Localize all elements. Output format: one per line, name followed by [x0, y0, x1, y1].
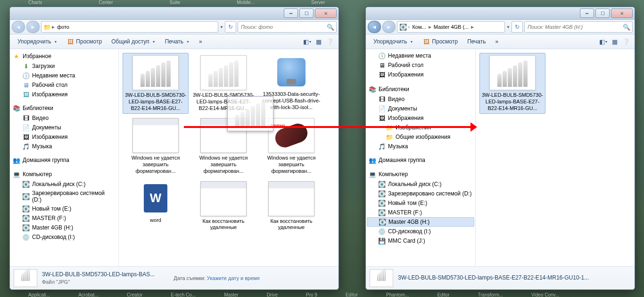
nav-documents[interactable]: 📄Документы — [366, 104, 475, 113]
preview-pane-icon[interactable]: ▦ — [610, 37, 619, 46]
nav-homegroup[interactable]: 👥Домашняя группа — [366, 155, 475, 165]
nav-libraries[interactable]: 📚Библиотеки — [366, 84, 475, 94]
details-thumb — [370, 269, 393, 287]
preview-button[interactable]: 🖼Просмотр — [419, 36, 462, 47]
desktop-top-labels: ChartsCenterSuiteMobile...Server — [0, 0, 644, 6]
breadcrumb[interactable]: 📁 ▶ фото — [41, 21, 218, 33]
nav-drive-e[interactable]: 💽Новый том (E:) — [366, 198, 475, 208]
more-button[interactable]: » — [491, 37, 502, 46]
close-button[interactable]: ✕ — [611, 8, 633, 18]
nav-desktop[interactable]: 🖥Рабочий стол — [10, 80, 118, 90]
breadcrumb-seg[interactable]: Master 4GB (... — [432, 24, 471, 30]
nav-drive-c[interactable]: 💽Локальный диск (C:) — [366, 179, 475, 189]
nav-pane[interactable]: 🕔Недавние места 🖥Рабочий стол 🖼Изображен… — [366, 49, 476, 266]
titlebar[interactable]: ━ ☐ ✕ — [366, 7, 635, 20]
breadcrumb-seg[interactable]: фото — [56, 24, 71, 30]
toolbar: Упорядочить▼ 🖼Просмотр Печать » ◧▼ ▦ ❔ — [366, 34, 635, 49]
file-item[interactable]: Wword — [123, 179, 189, 234]
organize-button[interactable]: Упорядочить▼ — [14, 37, 61, 46]
file-item[interactable]: Как восстановить удаленные — [190, 179, 256, 234]
nav-pictures[interactable]: 🖼Изображения — [366, 70, 475, 79]
file-list[interactable]: 3W-LED-BULB-SMD5730-LED-lamps-BASE-E27-B… — [476, 49, 635, 266]
details-date-field[interactable]: Укажите дату и время — [207, 275, 260, 281]
file-item[interactable]: 3W-LED-BULB-SMD5730-LED-lamps-BASE-E27-B… — [123, 53, 189, 114]
view-options-icon[interactable]: ◧▼ — [599, 37, 608, 46]
nav-drive-j[interactable]: 💾MMC Card (J:) — [366, 236, 475, 246]
nav-documents[interactable]: 📄Документы — [10, 123, 118, 132]
nav-drive-c[interactable]: 💽Локальный диск (C:) — [10, 179, 118, 189]
nav-pictures-lib[interactable]: 🖼Изображения — [366, 113, 475, 123]
details-filetype: Файл "JPG" — [42, 279, 155, 285]
nav-forward-button[interactable]: ► — [26, 21, 40, 33]
file-item[interactable]: 13533303-Data-security-concept-USB-flash… — [258, 53, 324, 114]
file-item[interactable]: Windows не удается завершить форматирова… — [190, 116, 256, 177]
search-input[interactable] — [527, 24, 623, 30]
desktop-bottom-labels: Applicati...Acrobat...CreatorE-tech Co..… — [0, 292, 644, 297]
file-list[interactable]: 3W-LED-BULB-SMD5730-LED-lamps-BASE-E27-B… — [119, 49, 339, 266]
nav-music[interactable]: 🎵Музыка — [366, 142, 475, 151]
minimize-button[interactable]: ━ — [284, 8, 298, 18]
file-item[interactable]: 3W-LED-BULB-SMD5730-LED-lamps-BASE-E27-B… — [479, 53, 545, 114]
nav-music[interactable]: 🎵Музыка — [10, 142, 118, 151]
nav-desktop[interactable]: 🖥Рабочий стол — [366, 60, 475, 70]
search-box[interactable]: 🔍 — [524, 21, 633, 33]
close-button[interactable]: ✕ — [315, 8, 337, 18]
address-bar: ◄ ► 📁 ▶ фото ▼ ↻ 🔍 — [10, 20, 339, 34]
nav-drive-f[interactable]: 💽MASTER (F:) — [10, 213, 118, 223]
help-icon[interactable]: ❔ — [621, 37, 631, 46]
explorer-window-foto: ━ ☐ ✕ ◄ ► 📁 ▶ фото ▼ ↻ 🔍 Упорядочить▼ 🖼П… — [9, 7, 339, 290]
nav-back-button[interactable]: ◄ — [12, 21, 25, 33]
nav-recent[interactable]: 🕔Недавние места — [366, 51, 475, 60]
nav-videos[interactable]: 🎞Видео — [10, 113, 118, 123]
nav-back-button[interactable]: ◄ — [368, 21, 381, 33]
refresh-button[interactable]: ↻ — [225, 21, 236, 33]
search-input[interactable] — [240, 24, 327, 30]
nav-pictures[interactable]: 🖼Изображения — [10, 90, 118, 99]
nav-drive-i[interactable]: 💿CD-дисковод (I:) — [366, 227, 475, 236]
folder-icon: 📁 — [43, 23, 51, 31]
maximize-button[interactable]: ☐ — [595, 8, 610, 18]
nav-recent[interactable]: 🕔Недавние места — [10, 71, 118, 80]
nav-videos[interactable]: 🎞Видео — [366, 94, 475, 104]
minimize-button[interactable]: ━ — [580, 8, 594, 18]
burn-button[interactable]: » — [195, 37, 206, 46]
nav-drive-h[interactable]: 💽Master 4GB (H:) — [10, 223, 118, 232]
view-options-icon[interactable]: ◧▼ — [303, 37, 312, 46]
search-icon: 🔍 — [623, 23, 630, 31]
print-button[interactable]: Печать — [463, 37, 489, 46]
print-button[interactable]: Печать▼ — [161, 37, 193, 46]
maximize-button[interactable]: ☐ — [299, 8, 314, 18]
file-item[interactable]: Windows не удается завершить форматирова… — [258, 116, 324, 177]
nav-homegroup[interactable]: 👥Домашняя группа — [10, 155, 118, 165]
nav-drive-h[interactable]: 💽Master 4GB (H:) — [367, 217, 474, 227]
nav-computer[interactable]: 💻Компьютер — [366, 169, 475, 179]
breadcrumb[interactable]: 💽 « Ком...▶ Master 4GB (...▶ — [397, 21, 505, 33]
nav-computer[interactable]: 💻Компьютер — [10, 169, 118, 179]
nav-downloads[interactable]: ⬇Загрузки — [10, 61, 118, 71]
share-button[interactable]: Общий доступ▼ — [107, 37, 159, 46]
file-item[interactable]: 3W-LED-BULB-SMD5730-LED-lamps-BASE-E27-B… — [190, 53, 256, 114]
nav-drive-f[interactable]: 💽MASTER (F:) — [366, 208, 475, 217]
nav-drive-i[interactable]: 💿CD-дисковод (I:) — [10, 232, 118, 242]
nav-forward-button[interactable]: ► — [382, 21, 396, 33]
preview-pane-icon[interactable]: ▦ — [314, 37, 323, 46]
nav-pane[interactable]: ★Избранное ⬇Загрузки 🕔Недавние места 🖥Ра… — [10, 49, 119, 266]
nav-pictures-lib[interactable]: 🖼Изображения — [10, 132, 118, 142]
nav-drive-d[interactable]: 💽Зарезервировано системой (D:) — [10, 189, 118, 204]
breadcrumb-seg[interactable]: Ком... — [411, 24, 427, 30]
nav-favorites[interactable]: ★Избранное — [10, 51, 118, 61]
nav-drive-e[interactable]: 💽Новый том (E:) — [10, 204, 118, 213]
file-item[interactable]: Windows не удается завершить форматирова… — [123, 116, 189, 177]
search-box[interactable]: 🔍 — [238, 21, 337, 33]
refresh-button[interactable]: ↻ — [512, 21, 523, 33]
file-item[interactable]: Как восстановить удаленные — [258, 179, 324, 234]
preview-button[interactable]: 🖼Просмотр — [63, 36, 106, 47]
details-pane: 3W-LED-BULB-SMD5730-LED-lamps-BAS... Фай… — [10, 266, 339, 289]
nav-drive-d[interactable]: 💽Зарезервировано системой (D:) — [366, 189, 475, 198]
nav-libraries[interactable]: 📚Библиотеки — [10, 103, 118, 113]
help-icon[interactable]: ❔ — [325, 37, 335, 46]
organize-button[interactable]: Упорядочить▼ — [370, 37, 417, 46]
nav-public-pictures[interactable]: 📁Общие изображения — [366, 132, 475, 142]
titlebar[interactable]: ━ ☐ ✕ — [10, 7, 339, 20]
search-icon: 🔍 — [327, 23, 334, 31]
